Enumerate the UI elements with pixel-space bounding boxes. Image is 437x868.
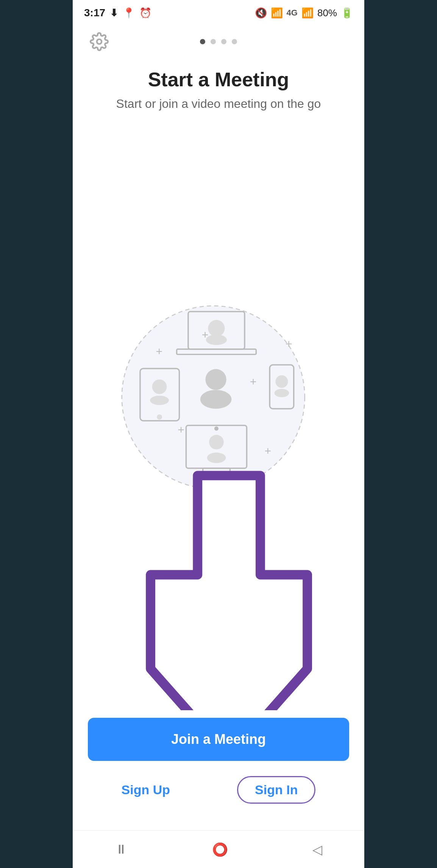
phone-frame: 3:17 ⬇ 📍 ⏰ 🔇 📶 4G 📶 80% 🔋 <box>73 0 364 868</box>
svg-point-25 <box>209 435 224 450</box>
dot-1 <box>200 39 205 44</box>
status-time: 3:17 ⬇ 📍 ⏰ <box>84 7 151 19</box>
nav-home-icon[interactable]: ⭕ <box>212 842 228 857</box>
svg-point-24 <box>214 426 218 431</box>
svg-point-20 <box>275 389 289 397</box>
time-display: 3:17 <box>84 7 105 19</box>
pagination-dots <box>200 39 237 44</box>
illustration-area: + + + + + + <box>88 126 349 710</box>
download-icon: ⬇ <box>110 7 118 19</box>
bottom-section: Join a Meeting Sign Up Sign In <box>88 710 349 819</box>
svg-point-14 <box>150 396 169 405</box>
nav-recent-icon[interactable]: ⏸ <box>115 842 128 857</box>
svg-point-13 <box>152 380 167 394</box>
app-content: Start a Meeting Start or join a video me… <box>73 23 364 830</box>
android-nav-bar: ⏸ ⭕ ◁ <box>73 830 364 868</box>
svg-text:+: + <box>178 423 184 436</box>
svg-point-10 <box>208 320 225 337</box>
dot-3 <box>221 39 226 44</box>
svg-text:+: + <box>156 345 162 358</box>
svg-point-16 <box>206 369 226 390</box>
dot-4 <box>232 39 237 44</box>
svg-point-26 <box>207 453 226 463</box>
mute-icon: 🔇 <box>255 7 267 19</box>
svg-point-11 <box>206 334 227 345</box>
wifi-icon: 📶 <box>271 7 283 19</box>
alarm-icon: ⏰ <box>139 7 151 19</box>
svg-point-15 <box>157 414 162 420</box>
gear-svg <box>90 32 109 51</box>
lte-icon: 4G <box>287 8 298 18</box>
top-bar <box>88 30 349 53</box>
svg-point-19 <box>275 375 288 388</box>
status-bar: 3:17 ⬇ 📍 ⏰ 🔇 📶 4G 📶 80% 🔋 <box>73 0 364 23</box>
svg-text:+: + <box>286 338 292 350</box>
nav-back-icon[interactable]: ◁ <box>312 842 322 857</box>
location-icon: 📍 <box>123 7 135 19</box>
sign-up-button[interactable]: Sign Up <box>122 782 170 797</box>
sign-in-button[interactable]: Sign In <box>237 776 315 804</box>
join-meeting-button[interactable]: Join a Meeting <box>88 718 349 761</box>
battery-level: 80% <box>317 7 337 19</box>
status-icons: 🔇 📶 4G 📶 80% 🔋 <box>255 7 353 19</box>
sub-title: Start or join a video meeting on the go <box>88 97 349 111</box>
dot-2 <box>211 39 216 44</box>
main-title: Start a Meeting <box>88 68 349 91</box>
battery-icon: 🔋 <box>341 7 353 19</box>
auth-row: Sign Up Sign In <box>88 776 349 804</box>
main-illustration: + + + + + + <box>88 126 349 710</box>
svg-point-17 <box>200 390 232 409</box>
svg-point-0 <box>97 39 102 44</box>
svg-text:+: + <box>264 445 271 457</box>
signal-icon: 📶 <box>301 7 314 19</box>
svg-text:+: + <box>250 375 257 388</box>
svg-marker-27 <box>151 476 307 710</box>
title-section: Start a Meeting Start or join a video me… <box>88 68 349 111</box>
settings-icon[interactable] <box>88 30 111 53</box>
